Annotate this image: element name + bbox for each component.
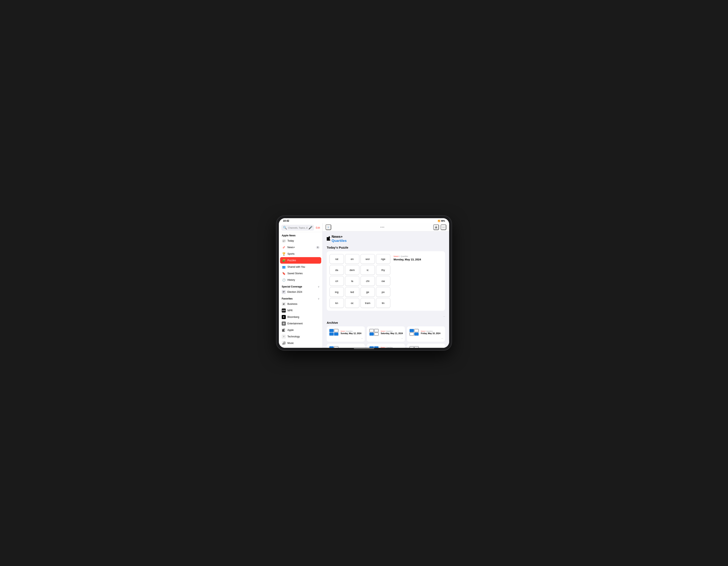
tile-ic[interactable]: ic: [361, 265, 375, 275]
sidebar-item-sports[interactable]: 🏆 Sports: [279, 251, 322, 257]
back-button[interactable]: ‹: [326, 224, 331, 230]
technology-label: Technology: [287, 335, 300, 338]
archive-thumb-5: [369, 346, 379, 348]
sidebar-item-music[interactable]: Music: [279, 340, 322, 346]
archive-info-1: News+ Quartiles Sunday, May 12, 2024: [341, 330, 363, 335]
tile-da[interactable]: da: [330, 265, 344, 275]
search-input[interactable]: [288, 227, 307, 229]
today-icon: 📰: [282, 239, 286, 243]
archive-source-1: News+ Quartiles: [341, 330, 363, 332]
tile-tram[interactable]: tram: [361, 298, 375, 308]
tile-ge[interactable]: ge: [361, 287, 375, 297]
sidebar-item-history[interactable]: 🕐 History: [279, 277, 322, 283]
home-indicator: [354, 348, 374, 349]
archive-card-4[interactable]: News+ Quartiles Thursday, May 9, 2024 ··…: [327, 344, 365, 348]
svg-rect-5: [284, 303, 284, 305]
tile-rat[interactable]: rat: [330, 254, 344, 264]
sidebar-item-shared[interactable]: 👥 Shared with You: [279, 264, 322, 270]
content-area[interactable]: News+ Quartiles Today's Puzzle rat en wo…: [323, 231, 449, 348]
tile-kn[interactable]: kn: [330, 298, 344, 308]
entertainment-label: Entertainment: [287, 322, 303, 325]
thumb-block: [374, 329, 378, 332]
tile-dem[interactable]: dem: [345, 265, 359, 275]
business-label: Business: [287, 303, 297, 305]
tile-wor[interactable]: wor: [361, 254, 375, 264]
special-coverage-chevron[interactable]: ∨: [318, 285, 320, 288]
saved-label: Saved Stories: [287, 272, 303, 275]
archive-more-1[interactable]: ···: [329, 337, 363, 340]
favorites-section: Favorites ∨: [279, 295, 322, 301]
sports-label: Sports: [287, 252, 295, 255]
archive-card-2[interactable]: News+ Quartiles Saturday, May 11, 2024 ·…: [367, 326, 405, 342]
archive-thumb-2: [369, 328, 379, 336]
music-icon: [282, 341, 286, 345]
more-options-button[interactable]: ···: [441, 224, 446, 230]
tile-en[interactable]: en: [345, 254, 359, 264]
special-coverage-title: Special Coverage: [282, 285, 302, 288]
tile-thy[interactable]: thy: [376, 265, 390, 275]
tile-la[interactable]: la: [345, 276, 359, 286]
tile-po[interactable]: po: [376, 287, 390, 297]
archive-date-3: Friday, May 10, 2024: [421, 332, 443, 335]
archive-more-3[interactable]: ···: [409, 337, 443, 340]
search-icon: 🔍: [283, 226, 287, 230]
thumb-block: [410, 346, 414, 348]
dot2: [382, 227, 383, 228]
archive-source-6: News+ Quartiles: [421, 348, 443, 348]
puzzle-more-button[interactable]: ···: [327, 315, 445, 318]
top-bar-actions: ···: [433, 224, 446, 230]
tile-oc[interactable]: oc: [345, 298, 359, 308]
archive-card-6[interactable]: News+ Quartiles Tuesday, May 7, 2024 ···: [407, 344, 445, 348]
puzzle-grid: rat en wor nge da dem ic thy cri la: [330, 254, 390, 308]
archive-card-2-top: News+ Quartiles Saturday, May 11, 2024: [369, 328, 403, 336]
tile-chi[interactable]: chi: [361, 276, 375, 286]
tile-lin[interactable]: lin: [376, 298, 390, 308]
newsplus-badge: 6: [316, 246, 320, 249]
svg-rect-4: [283, 304, 284, 305]
archive-more-2[interactable]: ···: [369, 337, 403, 340]
tile-led[interactable]: led: [345, 287, 359, 297]
sidebar-item-bloomberg[interactable]: B Bloomberg: [279, 314, 322, 320]
archive-card-3[interactable]: News+ Quartiles Friday, May 10, 2024 ···: [407, 326, 445, 342]
sidebar-item-technology[interactable]: T Technology: [279, 333, 322, 340]
archive-thumb-3: [409, 328, 419, 336]
download-button[interactable]: [433, 224, 439, 230]
app-title-group: News+ Quartiles: [332, 235, 347, 243]
sidebar-item-today[interactable]: 📰 Today: [279, 238, 322, 244]
todays-puzzle-label: Today's Puzzle: [327, 246, 445, 249]
archive-info-4: News+ Quartiles Thursday, May 9, 2024: [341, 348, 363, 348]
sidebar-item-saved[interactable]: 🔖 Saved Stories: [279, 270, 322, 277]
apple-logo: [327, 236, 330, 241]
archive-card-1[interactable]: News+ Quartiles Sunday, May 12, 2024 ···: [327, 326, 365, 342]
archive-card-3-top: News+ Quartiles Friday, May 10, 2024: [409, 328, 443, 336]
newsplus-icon: 🗞: [282, 245, 286, 249]
sidebar-item-apple[interactable]: Apple: [279, 327, 322, 333]
sidebar-item-business[interactable]: Business: [279, 301, 322, 307]
archive-thumb-1: [329, 328, 339, 336]
tile-ing[interactable]: ing: [330, 287, 344, 297]
archive-thumb-6: [409, 346, 419, 348]
tile-cri[interactable]: cri: [330, 276, 344, 286]
right-panel: ‹ ···: [323, 223, 449, 348]
sidebar-item-entertainment[interactable]: Entertainment: [279, 320, 322, 327]
top-bar: ‹ ···: [323, 223, 449, 231]
sidebar-item-newsplus[interactable]: 🗞 News+ 6: [279, 244, 322, 251]
sidebar-item-npr[interactable]: NPR NPR: [279, 307, 322, 314]
archive-card-5[interactable]: News+ Quartiles Wednesday, May 8, 2024 ·…: [367, 344, 405, 348]
thumb-block: [329, 329, 334, 332]
archive-source-3: News+ Quartiles: [421, 330, 443, 332]
apple-news-header: Apple News: [279, 232, 322, 238]
tile-ow[interactable]: ow: [376, 276, 390, 286]
npr-label: NPR: [287, 309, 293, 312]
my-sports-section: My Sports ∨: [279, 346, 322, 348]
archive-date-1: Sunday, May 12, 2024: [341, 332, 363, 335]
tile-nge[interactable]: nge: [376, 254, 390, 264]
sidebar-item-election[interactable]: Election 2024: [279, 289, 322, 295]
saved-icon: 🔖: [282, 271, 286, 275]
thumb-block: [329, 346, 334, 348]
favorites-chevron[interactable]: ∨: [318, 297, 320, 300]
sidebar-item-puzzles[interactable]: 🧩 Puzzles: [280, 257, 321, 264]
edit-button[interactable]: Edit: [316, 226, 320, 229]
battery-icon: 98%: [441, 220, 445, 222]
sidebar-search-container[interactable]: 🔍 🎤: [281, 225, 314, 231]
